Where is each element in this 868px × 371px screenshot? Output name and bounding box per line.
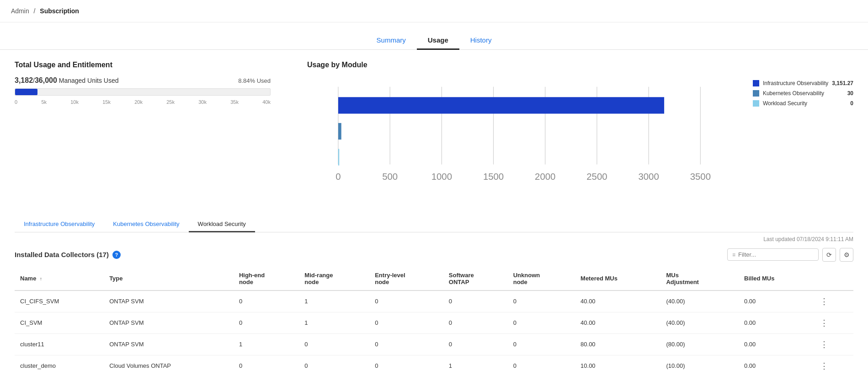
svg-text:0: 0 [335, 172, 341, 182]
usage-total: 36,000 [35, 76, 57, 84]
col-actions [813, 267, 853, 290]
legend-item-k8s: Kubernetes Observability 30 [753, 90, 853, 97]
cell-name: CI_SVM [15, 312, 104, 333]
cell-metered-mus: 10.00 [575, 355, 660, 371]
usage-by-module-panel: Usage by Module [307, 61, 853, 202]
svg-rect-8 [338, 97, 664, 113]
row-menu-button[interactable]: ⋮ [818, 317, 830, 329]
table-title: Installed Data Collectors (17) ? [15, 251, 121, 259]
data-table: Name ↑ Type High-endnode Mid-rangenode E… [15, 267, 853, 371]
refresh-icon: ⟳ [826, 251, 832, 258]
cell-metered-mus: 40.00 [575, 312, 660, 333]
cell-unknown: 0 [508, 290, 575, 312]
filter-input[interactable] [738, 251, 802, 258]
chart-svg: 0 500 1000 1500 2000 2500 3000 3500 [307, 76, 742, 201]
svg-rect-9 [338, 123, 341, 140]
cell-billed-mus: 0.00 [739, 355, 813, 371]
axis-labels: 0 5k 10k 15k 20k 25k 30k 35k 40k [15, 99, 271, 105]
breadcrumb-separator: / [34, 7, 36, 15]
usage-by-module-title: Usage by Module [307, 61, 853, 69]
cell-type: ONTAP SVM [104, 333, 234, 355]
usage-pct: 8.84% Used [238, 77, 271, 84]
cell-software-ontap: 1 [443, 355, 508, 371]
col-billed-mus: Billed MUs [739, 267, 813, 290]
top-section: Total Usage and Entitlement 3,182/36,000… [15, 61, 853, 202]
cell-software-ontap: 0 [443, 290, 508, 312]
cell-mid-range: 0 [299, 355, 369, 371]
col-metered-mus: Metered MUs [575, 267, 660, 290]
module-tab-infra[interactable]: Infrastructure Observability [15, 217, 104, 232]
cell-mus-adj: (40.00) [660, 290, 739, 312]
tab-summary[interactable]: Summary [366, 32, 417, 50]
svg-text:500: 500 [382, 172, 398, 182]
cell-unknown: 0 [508, 333, 575, 355]
legend-color-infra [753, 80, 759, 86]
cell-metered-mus: 80.00 [575, 333, 660, 355]
usage-used: 3,182 [15, 76, 33, 84]
chart-legend: Infrastructure Observability 3,151.27 Ku… [753, 76, 853, 202]
row-menu-button[interactable]: ⋮ [818, 338, 830, 351]
legend-item-workload: Workload Security 0 [753, 100, 853, 107]
svg-text:1000: 1000 [431, 172, 452, 182]
svg-text:3000: 3000 [638, 172, 659, 182]
cell-mid-range: 1 [299, 290, 369, 312]
legend-value-infra: 3,151.27 [832, 80, 853, 86]
tab-usage[interactable]: Usage [417, 32, 459, 50]
table-row: cluster_demo Cloud Volumes ONTAP 0 0 0 1… [15, 355, 853, 371]
progress-bar-fill [15, 89, 37, 95]
cell-name: cluster11 [15, 333, 104, 355]
gear-icon: ⚙ [844, 251, 850, 258]
breadcrumb-current: Subscription [40, 7, 79, 15]
table-controls: ≡ ⟳ ⚙ [727, 248, 853, 262]
filter-icon: ≡ [732, 252, 735, 258]
col-high-end: High-endnode [234, 267, 299, 290]
cell-entry-level: 0 [369, 312, 443, 333]
module-tab-workload[interactable]: Workload Security [189, 217, 255, 232]
cell-type: ONTAP SVM [104, 312, 234, 333]
cell-mid-range: 1 [299, 312, 369, 333]
refresh-button[interactable]: ⟳ [822, 248, 836, 262]
legend-value-k8s: 30 [835, 90, 853, 97]
total-usage-panel: Total Usage and Entitlement 3,182/36,000… [15, 61, 271, 202]
row-menu-button[interactable]: ⋮ [818, 295, 830, 308]
cell-high-end: 0 [234, 312, 299, 333]
legend-label-workload: Workload Security [763, 100, 831, 107]
legend-label-infra: Infrastructure Observability [763, 80, 828, 86]
module-tab-k8s[interactable]: Kubernetes Observability [104, 217, 188, 232]
filter-input-wrapper[interactable]: ≡ [727, 248, 819, 261]
main-content: Total Usage and Entitlement 3,182/36,000… [0, 50, 868, 371]
cell-unknown: 0 [508, 355, 575, 371]
legend-item-infra: Infrastructure Observability 3,151.27 [753, 80, 853, 86]
chart-area: 0 500 1000 1500 2000 2500 3000 3500 Infr… [307, 76, 853, 202]
row-menu-button[interactable]: ⋮ [818, 360, 830, 371]
svg-text:2000: 2000 [535, 172, 555, 182]
cell-billed-mus: 0.00 [739, 290, 813, 312]
cell-mus-adj: (40.00) [660, 312, 739, 333]
table-head: Name ↑ Type High-endnode Mid-rangenode E… [15, 267, 853, 290]
svg-text:2500: 2500 [586, 172, 607, 182]
col-mid-range: Mid-rangenode [299, 267, 369, 290]
cell-entry-level: 0 [369, 290, 443, 312]
cell-mid-range: 0 [299, 333, 369, 355]
cell-type: Cloud Volumes ONTAP [104, 355, 234, 371]
col-software-ontap: SoftwareONTAP [443, 267, 508, 290]
cell-software-ontap: 0 [443, 333, 508, 355]
col-mus-adj: MUsAdjustment [660, 267, 739, 290]
cell-name: CI_CIFS_SVM [15, 290, 104, 312]
help-icon[interactable]: ? [112, 251, 121, 259]
cell-entry-level: 0 [369, 333, 443, 355]
tab-history[interactable]: History [459, 32, 503, 50]
svg-text:3500: 3500 [690, 172, 711, 182]
sort-icon-name: ↑ [40, 276, 42, 281]
top-tabs: Summary Usage History [0, 22, 868, 50]
cell-high-end: 1 [234, 333, 299, 355]
col-name: Name ↑ [15, 267, 104, 290]
cell-name: cluster_demo [15, 355, 104, 371]
table-row: CI_CIFS_SVM ONTAP SVM 0 1 0 0 0 40.00 (4… [15, 290, 853, 312]
settings-button[interactable]: ⚙ [840, 248, 853, 262]
col-unknown: Unknownnode [508, 267, 575, 290]
usage-label: Managed Units Used [59, 77, 119, 84]
svg-rect-10 [338, 149, 339, 165]
column-headers: Name ↑ Type High-endnode Mid-rangenode E… [15, 267, 853, 290]
breadcrumb-parent[interactable]: Admin [11, 7, 29, 15]
